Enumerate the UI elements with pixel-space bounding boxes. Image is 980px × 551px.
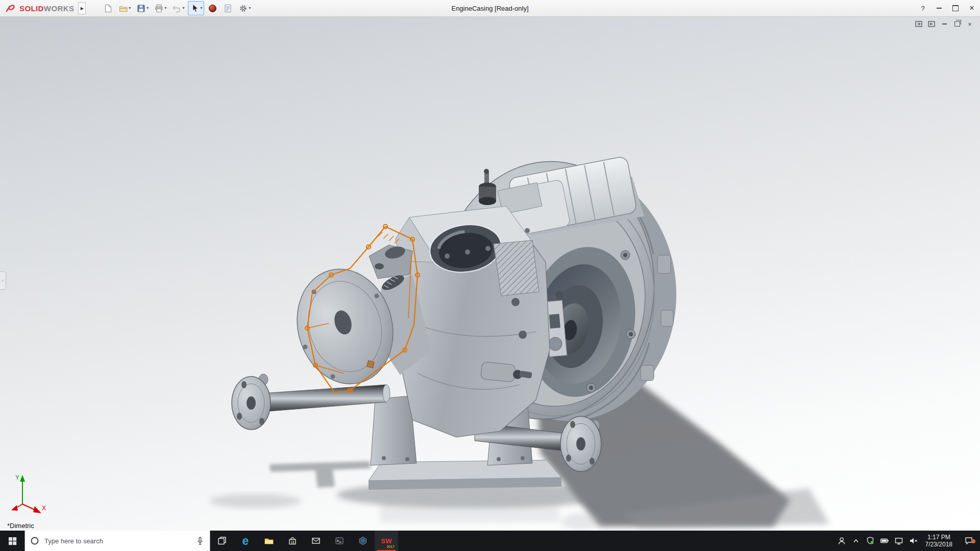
search-input[interactable]: [43, 537, 191, 545]
view-orientation-label: *Dimetric: [7, 522, 34, 530]
clock-date: 7/23/2018: [925, 541, 952, 548]
solidworks-app-icon: SW: [381, 537, 392, 545]
mount-tube-left: [232, 374, 390, 430]
mount-base: [369, 460, 561, 490]
engine-model-3d[interactable]: [0, 16, 980, 531]
action-center-button[interactable]: [959, 536, 979, 546]
close-icon: ×: [969, 4, 974, 12]
x-axis-arrow: [33, 506, 41, 513]
options-dropdown-caret[interactable]: ▾: [249, 6, 251, 10]
edrawings-icon: [358, 536, 368, 546]
start-button[interactable]: [0, 531, 24, 551]
gear-icon: [238, 4, 248, 13]
undo-button[interactable]: ▾: [170, 1, 186, 15]
print-button[interactable]: ▾: [152, 1, 168, 15]
select-dropdown-caret[interactable]: ▾: [200, 6, 202, 10]
maximize-icon: [952, 5, 959, 11]
command-prompt-icon: [334, 536, 345, 546]
solidworks-app-year: 2017: [386, 545, 395, 548]
panel-collapse-tab[interactable]: ‹: [0, 271, 6, 290]
solidworks-logo: SOLIDWORKS: [0, 3, 74, 13]
notification-badge: [971, 539, 975, 543]
brand-text: SOLIDWORKS: [19, 4, 74, 13]
quick-access-toolbar: ▾ ▾ ▾: [101, 1, 253, 15]
orientation-triad: Y X: [7, 472, 50, 517]
undo-icon: [172, 4, 182, 13]
taskbar-app-edge[interactable]: e: [234, 531, 257, 551]
taskbar-app-store[interactable]: [281, 531, 304, 551]
toolbar-expand-arrow[interactable]: ▶: [78, 2, 86, 14]
taskbar-app-mail[interactable]: [304, 531, 328, 551]
taskbar-app-command-prompt[interactable]: [328, 531, 351, 551]
new-document-icon: [103, 4, 113, 13]
taskbar-app-file-explorer[interactable]: [257, 531, 281, 551]
document-window-controls: ×: [915, 20, 974, 28]
display-network-icon: [894, 536, 904, 546]
minimize-document-icon: [942, 23, 947, 24]
new-document-button[interactable]: [101, 1, 115, 15]
solidworks-application-window: SOLIDWORKS ▶ ▾: [0, 0, 980, 551]
save-dropdown-caret[interactable]: ▾: [146, 6, 149, 10]
report-button[interactable]: [221, 1, 235, 15]
people-icon: [837, 536, 847, 546]
windows-taskbar: e: [0, 531, 980, 551]
restore-document-button[interactable]: [953, 20, 961, 28]
options-button[interactable]: ▾: [236, 1, 253, 15]
x-axis-label: X: [42, 505, 46, 512]
people-tray-button[interactable]: [836, 536, 848, 546]
cortana-icon: [30, 536, 39, 545]
taskbar-app-task-view[interactable]: [210, 531, 234, 551]
windows-logo-icon: [8, 536, 17, 546]
volume-muted-icon: [908, 536, 918, 546]
float-document-icon: [915, 21, 922, 27]
graphics-area[interactable]: × ‹ Y X *Dimetric: [0, 16, 980, 531]
open-button[interactable]: ▾: [116, 1, 133, 15]
close-document-icon: ×: [968, 21, 972, 28]
close-button[interactable]: ×: [964, 0, 980, 16]
taskbar-clock[interactable]: 1:17 PM 7/23/2018: [921, 534, 957, 548]
undo-dropdown-caret[interactable]: ▾: [182, 6, 184, 10]
chevron-up-icon: [851, 536, 861, 546]
appearance-ball-icon: [208, 4, 217, 13]
defender-tray-button[interactable]: [864, 536, 876, 546]
volume-tray-button[interactable]: [907, 536, 919, 546]
taskbar-app-solidworks[interactable]: SW 2017: [375, 531, 398, 551]
report-document-icon: [223, 4, 233, 13]
float-document-button[interactable]: [915, 20, 923, 28]
y-axis-label: Y: [15, 474, 19, 481]
show-hidden-icons-button[interactable]: [850, 536, 862, 546]
battery-tray-button[interactable]: [878, 536, 891, 546]
y-axis-arrow: [20, 475, 25, 482]
store-icon: [287, 536, 298, 546]
minimize-document-button[interactable]: [940, 20, 948, 28]
help-button[interactable]: ?: [915, 0, 931, 16]
dock-document-icon: [928, 21, 935, 27]
z-axis-arrow: [11, 505, 18, 511]
edge-icon: e: [242, 535, 249, 547]
select-tool-button[interactable]: ▾: [188, 1, 204, 15]
file-explorer-icon: [264, 536, 274, 546]
microphone-icon[interactable]: [195, 536, 205, 545]
open-dropdown-caret[interactable]: ▾: [129, 6, 131, 10]
close-document-button[interactable]: ×: [966, 20, 974, 28]
open-folder-icon: [118, 4, 128, 13]
ds-logo-icon: [5, 3, 17, 13]
network-tray-button[interactable]: [893, 536, 905, 546]
minimize-button[interactable]: [931, 0, 947, 16]
clock-time: 1:17 PM: [925, 534, 952, 541]
dock-document-button[interactable]: [927, 20, 936, 28]
appearance-button[interactable]: [206, 1, 219, 15]
taskbar-search-box[interactable]: [24, 531, 210, 551]
maximize-button[interactable]: [947, 0, 964, 16]
mail-icon: [311, 536, 321, 546]
task-view-icon: [217, 536, 227, 546]
title-bar: SOLIDWORKS ▶ ▾: [0, 0, 980, 17]
print-dropdown-caret[interactable]: ▾: [164, 6, 166, 10]
print-icon: [154, 4, 164, 13]
battery-icon: [879, 536, 890, 546]
system-tray: 1:17 PM 7/23/2018: [836, 531, 980, 551]
restore-document-icon: [954, 21, 960, 27]
taskbar-app-edrawings[interactable]: [351, 531, 375, 551]
shield-icon: [865, 536, 875, 546]
save-button[interactable]: ▾: [134, 1, 151, 15]
